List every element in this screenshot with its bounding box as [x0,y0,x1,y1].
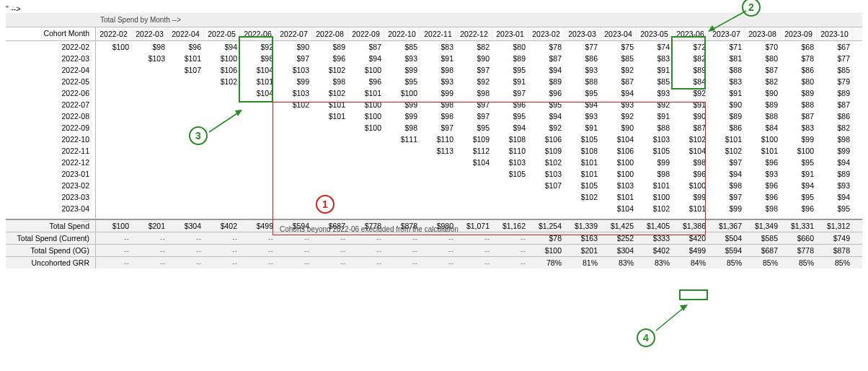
summary-cell: $594 [709,245,745,256]
spend-cell: $107 [168,64,204,76]
spend-cell: $94 [348,53,384,64]
summary-cell: $878 [817,245,853,256]
spend-cell [96,110,132,122]
summary-cell: -- [276,257,312,269]
cohort-label: 2022-09 [6,122,96,134]
spend-cell: $99 [384,64,420,76]
spend-cell: $95 [781,191,817,203]
summary-cell: $1,349 [745,220,781,232]
spend-cell: $103 [601,180,637,191]
spend-cell: $89 [492,53,528,64]
spend-cell: $98 [637,168,673,180]
spend-cell: $90 [276,41,312,53]
spend-cell: $97 [456,110,492,122]
spend-cell: $101 [745,145,781,157]
spend-cell [276,180,312,191]
spend-cell: $102 [312,87,348,99]
spend-cell: $91 [781,168,817,180]
spend-cell: $93 [384,53,420,64]
spend-cell: $80 [745,53,781,64]
summary-cell: $660 [781,232,817,244]
spend-cell [564,203,601,214]
spend-cell [348,191,384,203]
spend-cell: $87 [817,99,853,110]
spend-cell: $98 [132,41,168,53]
spend-cell: $95 [384,76,420,87]
summary-cell: -- [168,245,204,256]
spend-cell: $101 [673,203,709,214]
spend-cell: $110 [420,134,456,145]
spend-cell [384,180,420,191]
spend-cell [204,180,240,191]
spend-cell: $93 [817,180,853,191]
spend-cell [132,191,168,203]
spend-cell: $100 [384,87,420,99]
spend-cell: $97 [456,64,492,76]
spend-cell: $83 [781,122,817,134]
row-header-label: Cohort Month [6,27,96,40]
spend-cell: $75 [601,41,637,53]
spend-cell: $90 [601,122,637,134]
spend-cell: $96 [312,53,348,64]
spend-cell [204,191,240,203]
spend-cell: $87 [528,53,564,64]
summary-cell: $1,386 [673,220,709,232]
spend-cell: $96 [745,191,781,203]
spend-cell: $90 [673,110,709,122]
spend-cell [168,168,204,180]
summary-cell: -- [132,257,168,269]
spend-cell [168,191,204,203]
spend-cell [348,180,384,191]
summary-cell: $499 [673,245,709,256]
spend-cell [456,203,492,214]
spend-cell: $100 [745,134,781,145]
spend-cell: $86 [709,122,745,134]
spend-cell [420,203,456,214]
spend-cell: $81 [709,53,745,64]
spend-cell: $99 [384,99,420,110]
summary-cell: $402 [204,220,240,232]
spend-cell: $99 [384,110,420,122]
summary-cell: -- [348,232,384,244]
summary-cell: -- [204,245,240,256]
spend-cell: $83 [637,53,673,64]
spend-cell: $100 [601,157,637,168]
spend-cell: $79 [817,76,853,87]
spend-cell: $104 [601,134,637,145]
month-header: 2022-06 [240,27,276,40]
spend-cell [96,122,132,134]
spend-cell: $97 [276,53,312,64]
spend-cell: $84 [745,122,781,134]
spend-cell: $98 [420,99,456,110]
spend-cell: $72 [673,41,709,53]
spend-cell: $98 [384,122,420,134]
spend-cell: $90 [456,53,492,64]
spend-cell: $87 [781,110,817,122]
spend-cell: $100 [348,99,384,110]
spend-cell: $97 [492,87,528,99]
summary-cell: -- [492,257,528,269]
month-header: 2023-08 [745,27,781,40]
spend-cell: $103 [637,134,673,145]
spend-cell: $92 [456,76,492,87]
table-row: 2022-05$102$101$99$98$96$95$93$92$91$89$… [6,76,862,87]
summary-cell: -- [240,245,276,256]
spend-cell: $103 [492,157,528,168]
spend-cell: $94 [564,99,601,110]
spend-cell: $94 [528,64,564,76]
spend-cell: $97 [456,99,492,110]
spend-cell: $102 [673,134,709,145]
spend-cell: $96 [781,203,817,214]
arrow-3 [208,108,251,139]
spend-cell: $102 [276,99,312,110]
spend-cell: $85 [637,76,673,87]
spend-cell: $91 [492,76,528,87]
spend-cell: $96 [528,87,564,99]
spend-cell [384,168,420,180]
table-row: 2022-03$103$101$100$98$97$96$94$93$91$90… [6,53,862,64]
spend-cell [168,110,204,122]
summary-cell: -- [240,257,276,269]
spend-cell: $92 [601,64,637,76]
spend-cell [96,99,132,110]
summary-cell: -- [168,232,204,244]
